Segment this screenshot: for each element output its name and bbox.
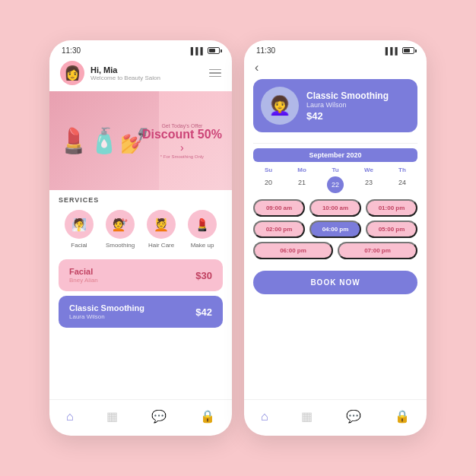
time-row-1: 09:00 am 10:00 am 01:00 pm <box>253 199 417 217</box>
greeting-name: Hi, Mia <box>90 65 160 75</box>
service-card-smoothing[interactable]: Classic Smoothing Laura Wilson $42 <box>59 296 223 328</box>
cal-header-tu: Tu <box>320 167 351 173</box>
services-icons: 🧖 Facial 💇 Smoothing 💆 Hair Care 💄 Make … <box>59 210 223 249</box>
facial-label: Facial <box>71 242 87 249</box>
calendar-section: September 2020 Su Mo Tu We Th 20 21 22 2… <box>244 148 427 199</box>
slot-0600[interactable]: 06:00 pm <box>253 242 333 259</box>
menu-button[interactable] <box>209 69 221 78</box>
status-bar-2: 11:30 ▌▌▌ <box>244 40 427 58</box>
cal-header-th: Th <box>387 167 417 173</box>
smoothing-card-price: $42 <box>195 306 212 318</box>
slot-1000[interactable]: 10:00 am <box>309 199 361 217</box>
phone2-header: ‹ <box>244 58 427 79</box>
phone-1: 11:30 ▌▌▌ 👩 Hi, Mia Welcome to Beauty Sa… <box>49 40 232 436</box>
calendar-grid: Su Mo Tu We Th 20 21 22 23 24 <box>253 167 417 193</box>
discount-arrow[interactable]: › <box>180 141 184 154</box>
signal-icon-2: ▌▌▌ <box>386 47 400 55</box>
nav-lock-1[interactable]: 🔒 <box>194 406 221 427</box>
hero-banner: 💄🧴💅 Get Today's Offer Discount 50% › * F… <box>49 91 232 190</box>
facial-card-provider: Bney Alian <box>69 277 98 284</box>
bottom-nav-2: ⌂ ▦ 💬 🔒 <box>244 399 427 436</box>
smoothing-card-provider: Laura Wilson <box>69 313 144 320</box>
time-row-3: 06:00 pm 07:00 pm <box>253 242 417 259</box>
service-card-facial[interactable]: Facial Bney Alian $30 <box>59 259 223 291</box>
haircare-icon: 💆 <box>147 210 176 239</box>
cal-day-20[interactable]: 20 <box>253 176 284 193</box>
nav-grid-2[interactable]: ▦ <box>295 406 319 427</box>
cal-day-24[interactable]: 24 <box>387 176 417 193</box>
services-title: SERVICES <box>59 196 223 204</box>
slot-0900[interactable]: 09:00 am <box>253 199 305 217</box>
back-button[interactable]: ‹ <box>255 61 259 74</box>
time-2: 11:30 <box>256 46 275 55</box>
smoothing-card-name: Classic Smoothing <box>69 303 144 313</box>
service-hero-provider: Laura Wilson <box>306 101 389 109</box>
service-item-makeup[interactable]: 💄 Make up <box>188 210 217 249</box>
time-row-2: 02:00 pm 04:00 pm 05:00 pm <box>253 221 417 238</box>
nav-lock-2[interactable]: 🔒 <box>389 406 416 427</box>
facial-card-price: $30 <box>195 270 212 281</box>
smoothing-icon: 💇 <box>106 210 135 239</box>
app-header-1: 👩 Hi, Mia Welcome to Beauty Salon <box>49 58 232 91</box>
haircare-label: Hair Care <box>148 242 174 249</box>
nav-grid-1[interactable]: ▦ <box>100 406 124 427</box>
book-now-button[interactable]: BOOK NOW <box>253 271 417 294</box>
cal-header-su: Su <box>253 167 284 173</box>
time-1: 11:30 <box>62 46 81 55</box>
status-bar-1: 11:30 ▌▌▌ <box>49 40 232 58</box>
smoothing-card-info: Classic Smoothing Laura Wilson <box>69 303 144 320</box>
cal-day-22[interactable]: 22 <box>327 176 344 193</box>
slot-0700[interactable]: 07:00 pm <box>338 242 417 259</box>
slot-0100[interactable]: 01:00 pm <box>366 199 417 217</box>
time-slots: 09:00 am 10:00 am 01:00 pm 02:00 pm 04:0… <box>244 199 427 263</box>
phone-2: 11:30 ▌▌▌ ‹ 👩‍🦱 Classic Smoothing Laura … <box>244 40 427 436</box>
slot-0500[interactable]: 05:00 pm <box>366 221 417 238</box>
facial-card-info: Facial Bney Alian <box>69 267 98 284</box>
service-item-haircare[interactable]: 💆 Hair Care <box>147 210 176 249</box>
cal-header-we: We <box>354 167 384 173</box>
cosmetics-image: 💄🧴💅 <box>59 126 150 155</box>
avatar-greeting: 👩 Hi, Mia Welcome to Beauty Salon <box>60 61 160 85</box>
smoothing-label: Smoothing <box>106 242 135 249</box>
services-section: SERVICES 🧖 Facial 💇 Smoothing 💆 Hair Car… <box>49 190 232 256</box>
battery-icon-1 <box>208 47 220 54</box>
service-cards: Facial Bney Alian $30 Classic Smoothing … <box>49 256 232 331</box>
service-item-smoothing[interactable]: 💇 Smoothing <box>106 210 135 249</box>
provider-avatar-icon: 👩‍🦱 <box>268 95 291 116</box>
facial-card-name: Facial <box>69 267 98 276</box>
cal-day-23[interactable]: 23 <box>354 176 384 193</box>
slot-0200[interactable]: 02:00 pm <box>253 221 305 238</box>
makeup-icon: 💄 <box>188 210 217 239</box>
cal-header-mo: Mo <box>287 167 317 173</box>
greeting-subtitle: Welcome to Beauty Salon <box>90 75 160 81</box>
nav-home-2[interactable]: ⌂ <box>255 407 274 427</box>
service-hero-info: Classic Smoothing Laura Wilson $42 <box>306 90 389 122</box>
status-icons-2: ▌▌▌ <box>386 47 414 55</box>
avatar: 👩 <box>60 61 84 85</box>
status-icons-1: ▌▌▌ <box>191 47 220 55</box>
service-hero-name: Classic Smoothing <box>306 90 389 101</box>
book-btn-container: BOOK NOW <box>244 263 427 297</box>
divider-1 <box>253 143 417 144</box>
makeup-label: Make up <box>191 242 214 249</box>
phones-container: 11:30 ▌▌▌ 👩 Hi, Mia Welcome to Beauty Sa… <box>49 40 427 436</box>
service-hero-card: 👩‍🦱 Classic Smoothing Laura Wilson $42 <box>253 79 417 132</box>
signal-icon-1: ▌▌▌ <box>191 47 205 55</box>
nav-chat-2[interactable]: 💬 <box>340 406 367 427</box>
month-badge: September 2020 <box>253 148 417 162</box>
service-hero-price: $42 <box>306 110 389 122</box>
battery-icon-2 <box>402 47 414 54</box>
service-hero-image: 👩‍🦱 <box>261 87 299 125</box>
cal-day-21[interactable]: 21 <box>287 176 317 193</box>
avatar-icon: 👩 <box>64 65 81 81</box>
nav-home-1[interactable]: ⌂ <box>60 407 80 427</box>
slot-0400[interactable]: 04:00 pm <box>309 221 361 238</box>
greeting-text: Hi, Mia Welcome to Beauty Salon <box>90 65 160 81</box>
facial-icon: 🧖 <box>65 210 94 239</box>
nav-chat-1[interactable]: 💬 <box>145 406 173 427</box>
hero-text: Get Today's Offer Discount 50% › * For S… <box>138 123 226 159</box>
discount-text: Discount 50% <box>138 129 226 141</box>
hero-sublabel: * For Smoothing Only <box>138 154 226 159</box>
bottom-nav-1: ⌂ ▦ 💬 🔒 <box>49 399 232 436</box>
service-item-facial[interactable]: 🧖 Facial <box>65 210 94 249</box>
